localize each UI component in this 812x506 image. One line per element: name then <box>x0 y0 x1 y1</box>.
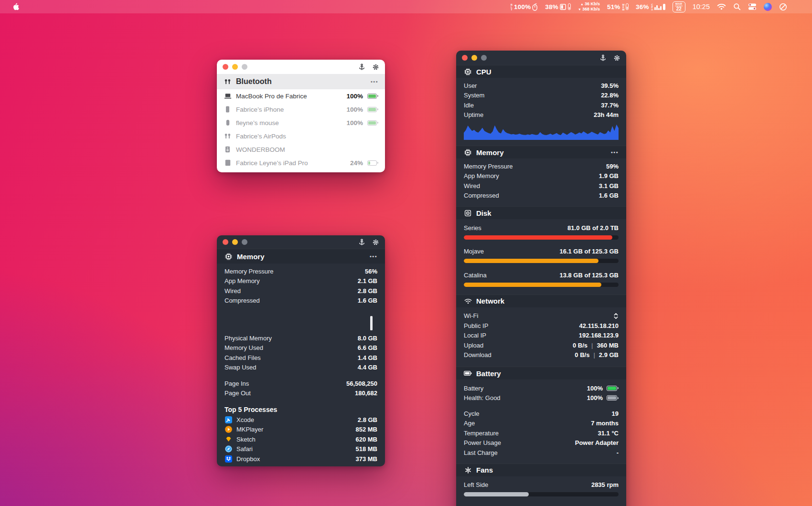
stat-row: Power UsagePower Adapter <box>464 438 619 448</box>
battery-icon <box>464 371 472 376</box>
bluetooth-titlebar <box>217 60 385 74</box>
zoom-button[interactable] <box>242 239 247 245</box>
process-row: Sketch620 MB <box>224 434 377 444</box>
stat-row: User39.5% <box>464 81 619 91</box>
battery-indicator <box>367 120 378 126</box>
close-button[interactable] <box>462 55 468 61</box>
memory-more-menu[interactable]: ••• <box>611 149 619 155</box>
bluetooth-device-row[interactable]: Fabrice’s AirPods <box>217 129 385 143</box>
bluetooth-header: Bluetooth ••• <box>217 74 385 89</box>
network-section-header: Network <box>456 295 626 307</box>
pin-anchor-icon[interactable] <box>359 63 365 71</box>
do-not-disturb-icon[interactable] <box>779 3 787 11</box>
close-button[interactable] <box>223 64 228 70</box>
battery-indicator <box>607 386 619 391</box>
memory-widget-title: Memory <box>237 253 265 261</box>
process-row: Safari518 MB <box>224 444 377 454</box>
mouse-icon <box>224 119 232 126</box>
speaker-icon <box>224 146 232 153</box>
stat-row: App Memory1.9 GB <box>464 171 619 181</box>
zoom-button[interactable] <box>242 64 247 70</box>
bluetooth-device-row[interactable]: WONDERBOOM <box>217 143 385 156</box>
stat-row: Uptime23h 44m <box>464 110 619 120</box>
bluetooth-window: Bluetooth ••• MacBook Pro de Fabrice 100… <box>217 60 385 172</box>
mouse-icon <box>532 3 538 11</box>
minimize-button[interactable] <box>232 239 238 245</box>
battery-indicator <box>367 94 378 99</box>
spotlight-search-icon[interactable] <box>733 3 741 11</box>
fan-icon <box>464 467 472 474</box>
stat-row: Page Out180,682 <box>224 389 377 399</box>
download-arrow-icon: ▼ <box>578 8 581 11</box>
disk-usage-bar <box>464 259 619 263</box>
memory-pressure-history-bar <box>370 316 373 330</box>
airpods-icon <box>224 133 232 139</box>
memory-widget-more-menu[interactable]: ••• <box>370 253 377 259</box>
menubar-bluetooth-battery-stat[interactable]: BLT 100% <box>510 3 538 11</box>
memory-chip-icon <box>224 253 233 260</box>
stat-row: Temperature31.1 °C <box>464 428 619 438</box>
menubar-memory-stat[interactable]: 51% MEM <box>607 3 629 11</box>
cpu-stat-tag: CPU <box>651 3 653 11</box>
close-button[interactable] <box>223 239 228 245</box>
memory-section-title: Memory <box>476 148 504 157</box>
stat-row: Wired2.8 GB <box>224 286 377 296</box>
stat-row: Compressed1.6 GB <box>464 191 619 201</box>
stat-row: Public IP42.115.18.210 <box>464 321 619 331</box>
zoom-button[interactable] <box>481 55 487 61</box>
desktop-wallpaper: BLT 100% 38% ▲36 Kb/s ▼368 <box>0 0 812 506</box>
battery-health-row: Health: Good 100% <box>464 393 619 403</box>
pin-anchor-icon[interactable] <box>600 54 606 62</box>
minimize-button[interactable] <box>471 55 477 61</box>
menubar-cpu-stat[interactable]: 36% CPU <box>636 3 665 11</box>
stat-row: Memory Used6.6 GB <box>224 343 377 353</box>
control-center-icon[interactable] <box>748 3 757 11</box>
pin-anchor-icon[interactable] <box>359 239 365 246</box>
fans-section-header: Fans <box>456 464 626 476</box>
mkplayer-icon <box>224 426 233 433</box>
process-row: MKPlayer852 MB <box>224 425 377 435</box>
memory-widget-window: Memory ••• Memory Pressure56% App Memory… <box>217 235 385 466</box>
disk-drive-block: Series81.0 GB of 2.0 TB <box>456 219 626 240</box>
bluetooth-device-row[interactable]: Fabrice Leyne’s iPad Pro 24% <box>217 156 385 169</box>
apple-menu[interactable] <box>12 2 20 11</box>
bluetooth-device-row[interactable]: fleyne’s mouse 100% <box>217 116 385 129</box>
disk-section-title: Disk <box>476 209 491 217</box>
interface-selector-chevrons-icon[interactable] <box>613 312 619 320</box>
bluetooth-device-row[interactable]: MacBook Pro de Fabrice 100% <box>217 89 385 103</box>
battery-section-title: Battery <box>476 369 501 378</box>
bluetooth-title: Bluetooth <box>236 77 272 86</box>
mem-stat-tag: MEM <box>622 3 625 11</box>
settings-gear-icon[interactable] <box>372 63 379 71</box>
settings-gear-icon[interactable] <box>372 239 379 246</box>
disk-panes-icon <box>560 4 566 10</box>
cpu-usage-graph <box>464 124 619 140</box>
stat-row: Last Charge- <box>464 448 619 458</box>
battery-health-indicator <box>607 395 619 401</box>
upload-row: Upload 0 B/s|360 MB <box>464 340 619 350</box>
menubar-network-stat[interactable]: ▲36 Kb/s ▼368 Kb/s <box>578 1 600 12</box>
menubar-calendar[interactable]: MAR 22 <box>673 1 685 12</box>
stat-row: Memory Pressure59% <box>464 161 619 171</box>
settings-gear-icon[interactable] <box>613 54 620 62</box>
bluetooth-device-row[interactable]: Fabrice’s iPhone 100% <box>217 103 385 116</box>
stat-row: Local IP192.168.123.9 <box>464 331 619 341</box>
bluetooth-more-menu[interactable]: ••• <box>371 79 378 84</box>
menubar-disk-stat[interactable]: 38% <box>545 3 571 11</box>
memory-widget-titlebar <box>217 235 385 249</box>
memory-pressure-graph <box>224 306 377 333</box>
wifi-menu-icon[interactable] <box>717 3 726 10</box>
cpu-chip-icon <box>464 68 472 75</box>
apple-logo-icon <box>12 2 20 11</box>
stat-row: Cycle19 <box>464 409 619 419</box>
menubar-clock[interactable]: 10:25 <box>693 3 710 11</box>
download-row: Download 0 B/s|2.9 GB <box>464 350 619 360</box>
minimize-button[interactable] <box>232 64 238 70</box>
siri-icon[interactable] <box>764 3 772 11</box>
stat-row: Cached Files1.4 GB <box>224 353 377 363</box>
iphone-icon <box>224 106 232 113</box>
stat-row: Idle37.7% <box>464 100 619 110</box>
memory-chip-icon <box>464 149 472 156</box>
laptop-icon <box>224 93 232 99</box>
process-row: Dropbox373 MB <box>224 454 377 464</box>
